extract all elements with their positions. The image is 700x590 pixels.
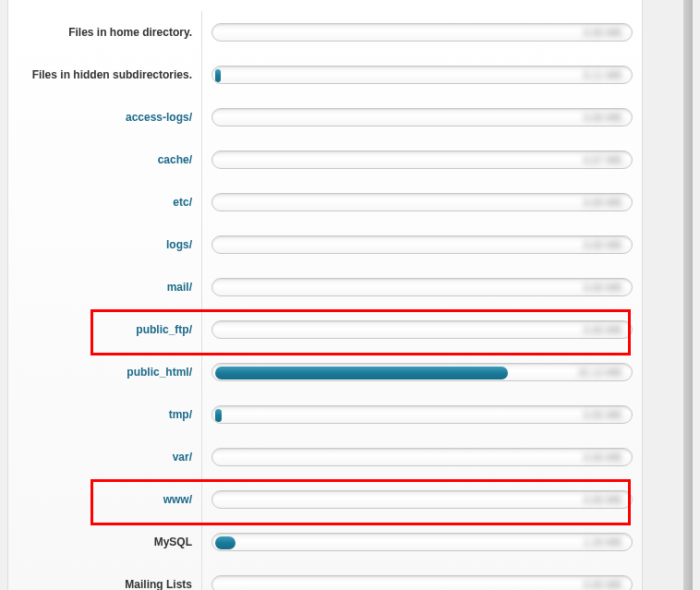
directory-link[interactable]: public_ftp/	[136, 323, 192, 336]
bar-column: 0.00 MB	[202, 235, 642, 254]
progress-track	[211, 278, 633, 296]
bar-column: 0.00 MB	[202, 278, 642, 296]
bar-column: 0.07 MB	[202, 151, 642, 169]
usage-row: public_html/32.13 MB	[8, 351, 642, 393]
progress-fill	[215, 69, 221, 82]
bar-column: 1.20 MB	[202, 533, 642, 551]
progress-fill	[215, 536, 235, 549]
size-label: 0.00 MB	[584, 239, 622, 250]
directory-link[interactable]: public_html/	[127, 366, 192, 379]
rows-container: Files in home directory.0.00 MBFiles in …	[8, 11, 642, 590]
bar-column: 0.11 MB	[202, 66, 642, 84]
size-label: 32.13 MB	[578, 367, 622, 378]
row-label: logs/	[8, 223, 202, 266]
usage-row: etc/0.00 MB	[8, 181, 642, 223]
progress-track	[211, 448, 633, 466]
size-label: 0.07 MB	[584, 154, 622, 165]
usage-row: Mailing Lists0.00 MB	[8, 563, 642, 590]
size-label: 0.00 MB	[584, 27, 622, 38]
size-label: 0.00 MB	[584, 282, 622, 293]
row-label: public_html/	[8, 351, 202, 393]
bar-column: 0.00 MB	[202, 575, 642, 590]
usage-row: Files in home directory.0.00 MB	[8, 11, 642, 54]
row-label: MySQL	[8, 521, 202, 563]
usage-row: cache/0.07 MB	[8, 138, 642, 181]
bar-column: 0.00 MB	[202, 23, 642, 42]
bar-column: 0.05 MB	[202, 405, 642, 424]
progress-track	[211, 151, 633, 169]
row-label: www/	[8, 478, 202, 521]
usage-row: logs/0.00 MB	[8, 223, 642, 266]
row-label: var/	[8, 436, 202, 478]
row-label: etc/	[8, 181, 202, 223]
directory-link[interactable]: tmp/	[169, 408, 192, 421]
size-label: 0.00 MB	[584, 197, 622, 208]
usage-row: tmp/0.05 MB	[8, 393, 642, 436]
row-label: tmp/	[8, 393, 202, 436]
usage-row: Files in hidden subdirectories.0.11 MB	[8, 54, 642, 96]
row-label: public_ftp/	[8, 308, 202, 351]
row-label: Mailing Lists	[8, 563, 202, 590]
progress-track	[211, 490, 633, 509]
usage-row: public_ftp/0.00 MB	[8, 308, 642, 351]
disk-usage-panel: Files in home directory.0.00 MBFiles in …	[7, 0, 643, 590]
usage-row: mail/0.00 MB	[8, 266, 642, 308]
bar-column: 32.13 MB	[202, 363, 642, 381]
size-label: 0.00 MB	[584, 494, 622, 505]
directory-link[interactable]: access-logs/	[126, 111, 192, 124]
progress-track	[211, 533, 633, 551]
progress-track	[211, 235, 633, 254]
progress-track	[211, 363, 633, 381]
bar-column: 0.00 MB	[202, 320, 642, 339]
progress-track	[211, 320, 633, 339]
directory-link[interactable]: mail/	[167, 281, 192, 294]
row-label-text: Mailing Lists	[125, 578, 192, 590]
progress-track	[211, 108, 633, 126]
row-label: Files in home directory.	[8, 11, 202, 54]
bar-column: 0.00 MB	[202, 108, 642, 126]
progress-fill	[215, 409, 222, 422]
row-label: access-logs/	[8, 96, 202, 138]
size-label: 0.00 MB	[584, 324, 622, 335]
row-label-text: Files in home directory.	[68, 26, 192, 39]
size-label: 1.20 MB	[584, 536, 622, 548]
directory-link[interactable]: etc/	[173, 196, 192, 209]
directory-link[interactable]: www/	[163, 493, 192, 506]
bar-column: 0.00 MB	[202, 448, 642, 466]
directory-link[interactable]: logs/	[166, 238, 192, 251]
usage-row: MySQL1.20 MB	[8, 521, 642, 563]
usage-row: www/0.00 MB	[8, 478, 642, 521]
row-label: cache/	[8, 138, 202, 181]
progress-track	[211, 575, 633, 590]
progress-track	[211, 23, 633, 42]
directory-link[interactable]: cache/	[158, 153, 192, 166]
right-panel-edge	[683, 0, 693, 590]
size-label: 0.11 MB	[584, 69, 622, 80]
progress-track	[211, 193, 633, 211]
usage-row: access-logs/0.00 MB	[8, 96, 642, 138]
size-label: 0.00 MB	[584, 112, 622, 123]
row-label-text: MySQL	[154, 536, 192, 548]
bar-column: 0.00 MB	[202, 490, 642, 509]
size-label: 0.00 MB	[584, 452, 622, 463]
progress-track	[211, 405, 633, 424]
directory-link[interactable]: var/	[173, 451, 192, 464]
row-label: mail/	[8, 266, 202, 308]
progress-fill	[215, 367, 508, 379]
progress-track	[211, 66, 633, 84]
size-label: 0.00 MB	[584, 579, 622, 590]
row-label: Files in hidden subdirectories.	[8, 54, 202, 96]
size-label: 0.05 MB	[584, 409, 622, 420]
row-label-text: Files in hidden subdirectories.	[32, 68, 192, 81]
usage-row: var/0.00 MB	[8, 436, 642, 478]
bar-column: 0.00 MB	[202, 193, 642, 211]
